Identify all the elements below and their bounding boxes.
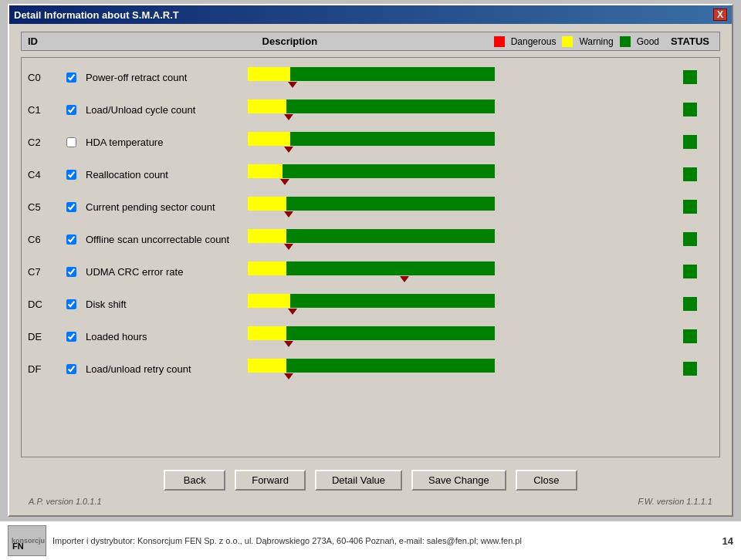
save-change-button[interactable]: Save Change [411, 470, 506, 491]
row-bar-container [240, 229, 667, 250]
bar-marker [284, 114, 293, 120]
window-content: ID Description Dangerous Warning Good ST… [9, 24, 732, 515]
bar-yellow [248, 326, 286, 340]
status-box [683, 200, 697, 214]
bar-marker-row [248, 81, 495, 88]
status-box [683, 297, 697, 311]
bar-green [290, 132, 495, 146]
warning-color-box [562, 36, 573, 47]
bar-track [248, 229, 495, 243]
bar-marker [400, 276, 409, 282]
bar-marker [284, 373, 293, 380]
bar-yellow [248, 229, 286, 243]
footer: FN konsorcjum Importer i dystrybutor: Ko… [0, 521, 741, 560]
col-desc-label: Description [86, 35, 494, 47]
close-button-bottom[interactable]: Close [516, 470, 577, 491]
fw-version: F.W. version 1.1.1.1 [638, 497, 712, 506]
legend-header: ID Description Dangerous Warning Good ST… [21, 32, 720, 51]
row-checkbox[interactable] [66, 364, 86, 374]
bar-marker-row [248, 113, 495, 120]
footer-logo: FN konsorcjum Importer i dystrybutor: Ko… [8, 525, 522, 556]
row-checkbox[interactable] [66, 202, 86, 212]
forward-button[interactable]: Forward [235, 470, 306, 491]
table-row: C1 Load/Unload cycle count [25, 93, 716, 126]
table-row: DC Disk shift [25, 288, 716, 320]
status-box [683, 362, 697, 376]
bar-marker-row [248, 211, 495, 218]
row-id: DF [28, 363, 66, 375]
row-bar-container [240, 132, 667, 153]
bar-track [248, 164, 495, 178]
row-description: Reallocation count [86, 169, 240, 180]
row-status [667, 297, 713, 311]
row-description: Offline scan uncorrectable count [86, 234, 240, 245]
row-status [667, 329, 713, 343]
back-button[interactable]: Back [164, 470, 225, 491]
row-status [667, 70, 713, 84]
ap-version: A.P. version 1.0.1.1 [29, 497, 102, 506]
row-bar-container [240, 164, 667, 185]
row-id: C1 [28, 104, 66, 116]
row-description: Current pending sector count [86, 201, 240, 213]
row-status [667, 200, 713, 214]
bar-marker [284, 147, 293, 153]
bar-yellow [248, 132, 290, 146]
close-button[interactable]: X [713, 8, 727, 21]
table-row: C4 Reallocation count [25, 158, 716, 191]
status-box [683, 232, 697, 246]
row-bar-container [240, 197, 667, 218]
table-row: C0 Power-off retract count [25, 61, 716, 93]
row-checkbox[interactable] [66, 332, 86, 342]
bar-yellow [248, 359, 286, 373]
status-box [683, 103, 697, 116]
bar-green [286, 100, 495, 113]
bar-green [286, 261, 495, 275]
bar-green [286, 197, 495, 211]
row-description: HDA temperature [86, 137, 240, 148]
row-checkbox[interactable] [66, 137, 86, 147]
bar-track [248, 261, 495, 275]
row-status [667, 103, 713, 116]
row-id: C4 [28, 169, 66, 180]
table-row: DF Load/unload retry count [25, 353, 716, 385]
bar-track [248, 100, 495, 113]
status-box [683, 329, 697, 343]
row-checkbox[interactable] [66, 299, 86, 309]
row-status [667, 232, 713, 246]
title-bar: Detail Information about S.M.A.R.T X [9, 5, 732, 24]
row-checkbox[interactable] [66, 170, 86, 180]
bar-green [283, 164, 495, 178]
bar-track [248, 197, 495, 211]
row-checkbox[interactable] [66, 105, 86, 115]
row-description: Load/Unload cycle count [86, 104, 240, 116]
row-description: Disk shift [86, 299, 240, 310]
dangerous-label: Dangerous [511, 36, 557, 47]
row-bar-container [240, 100, 667, 120]
row-checkbox[interactable] [66, 73, 86, 83]
main-window: Detail Information about S.M.A.R.T X ID … [8, 4, 733, 517]
detail-value-button[interactable]: Detail Value [315, 470, 402, 491]
bar-track [248, 132, 495, 146]
bar-track [248, 326, 495, 340]
row-id: C5 [28, 201, 66, 213]
footer-text: Importer i dystrybutor: Konsorcjum FEN S… [52, 536, 522, 545]
bar-green [290, 67, 495, 81]
bar-track [248, 359, 495, 373]
row-checkbox[interactable] [66, 234, 86, 245]
row-checkbox[interactable] [66, 267, 86, 277]
row-bar-container [240, 261, 667, 282]
status-box [683, 135, 697, 149]
bar-yellow [248, 294, 290, 308]
row-id: DE [28, 331, 66, 342]
bar-marker [284, 341, 293, 347]
row-status [667, 167, 713, 181]
legend-items: Dangerous Warning Good [494, 36, 659, 47]
fen-logo: FN konsorcjum [8, 525, 46, 556]
bar-track [248, 294, 495, 308]
status-box [683, 70, 697, 84]
table-row: C5 Current pending sector count [25, 191, 716, 223]
bar-yellow [248, 164, 283, 178]
bar-marker-row [248, 373, 495, 380]
row-description: UDMA CRC error rate [86, 266, 240, 278]
row-id: DC [28, 299, 66, 310]
